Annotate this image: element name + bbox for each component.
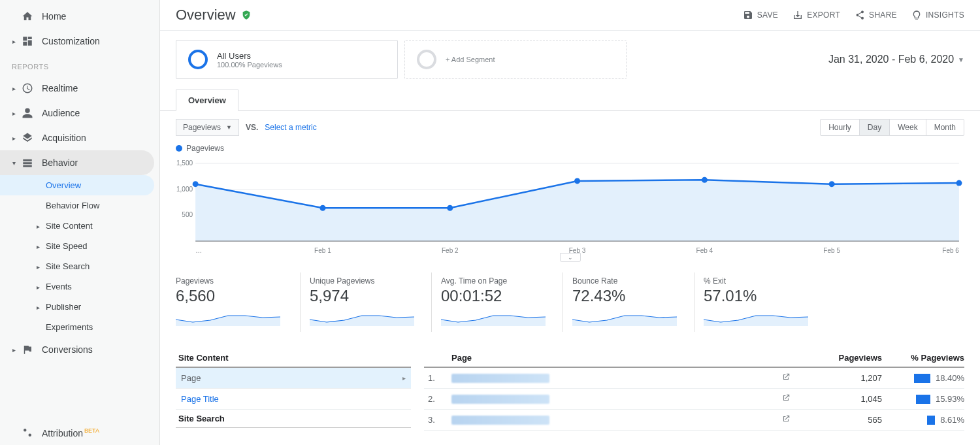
chart-handle[interactable]: ⌄ [560, 253, 581, 262]
export-button[interactable]: EXPORT [792, 10, 840, 20]
sidebar-sub-site-search[interactable]: ▸Site Search [0, 256, 159, 276]
save-icon [743, 10, 753, 20]
svg-text:1,500: 1,500 [176, 159, 193, 167]
insights-icon [911, 10, 922, 20]
chevron-right-icon: ▸ [10, 85, 17, 92]
add-segment-button[interactable]: + Add Segment [404, 40, 627, 79]
save-button[interactable]: SAVE [743, 10, 778, 20]
svg-point-8 [319, 205, 325, 211]
sidebar-label-audience: Audience [42, 108, 80, 118]
chevron-right-icon: ▸ [10, 110, 17, 117]
svg-point-9 [447, 205, 453, 211]
popout-icon[interactable] [781, 414, 806, 425]
table-row[interactable]: 1. 1,207 18.40% [424, 368, 964, 389]
metric-value: 57.01% [704, 287, 808, 305]
page-title: Overview [176, 7, 236, 24]
time-granularity-toggle: Hourly Day Week Month [820, 119, 964, 136]
dim-page-title[interactable]: Page Title [176, 389, 411, 410]
sidebar-item-behavior[interactable]: ▾ Behavior [0, 150, 154, 175]
popout-icon[interactable] [781, 372, 806, 384]
row-page-redacted [451, 374, 549, 383]
sidebar-sub-site-content[interactable]: ▸Site Content [0, 216, 159, 236]
metric-card[interactable]: Unique Pageviews 5,974 [300, 272, 431, 332]
sidebar-item-home[interactable]: Home [0, 4, 159, 29]
metric-card[interactable]: Bounce Rate 72.43% [563, 272, 694, 332]
sidebar-item-realtime[interactable]: ▸ Realtime [0, 76, 159, 101]
acquisition-icon [21, 132, 34, 144]
chevron-right-icon: ▸ [37, 304, 43, 311]
sidebar-label-realtime: Realtime [42, 83, 78, 93]
sidebar-item-customization[interactable]: ▸ Customization [0, 29, 159, 54]
svg-text:Feb 2: Feb 2 [442, 247, 459, 254]
row-pageviews: 1,045 [810, 394, 882, 404]
svg-text:Feb 3: Feb 3 [569, 247, 586, 254]
attribution-icon [21, 427, 34, 438]
dim-page[interactable]: Page▸ [176, 368, 411, 389]
metric-card[interactable]: % Exit 57.01% [694, 272, 825, 332]
page-table-header: Page Pageviews % Pageviews [424, 349, 964, 368]
sidebar-sub-overview[interactable]: Overview [0, 175, 154, 195]
chevron-right-icon: ▸ [402, 374, 406, 382]
svg-point-12 [829, 181, 835, 187]
insights-button[interactable]: INSIGHTS [911, 10, 964, 20]
chevron-down-icon: ▾ [10, 159, 17, 167]
sidebar-sub-site-speed[interactable]: ▸Site Speed [0, 236, 159, 256]
sidebar-sub-events[interactable]: ▸Events [0, 276, 159, 297]
metric-card[interactable]: Avg. Time on Page 00:01:52 [431, 272, 563, 332]
chevron-right-icon: ▸ [37, 263, 43, 271]
svg-point-11 [702, 177, 708, 183]
chevron-down-icon: ▼ [958, 56, 964, 63]
tab-overview[interactable]: Overview [176, 90, 238, 111]
time-btn-hourly[interactable]: Hourly [821, 120, 859, 135]
sidebar-sub-experiments[interactable]: Experiments [0, 317, 159, 337]
metric-card[interactable]: Pageviews 6,560 [176, 272, 300, 332]
chevron-right-icon: ▸ [10, 346, 17, 354]
site-content-header: Site Content [176, 349, 411, 368]
metrics-row: Pageviews 6,560 Unique Pageviews 5,974 A… [160, 266, 980, 344]
sparkline [176, 308, 280, 326]
sidebar-label-behavior: Behavior [42, 157, 78, 168]
svg-text:500: 500 [182, 211, 193, 218]
chevron-right-icon: ▸ [37, 284, 43, 291]
legend-dot-icon [176, 145, 182, 152]
svg-point-7 [193, 181, 199, 187]
time-btn-month[interactable]: Month [926, 120, 964, 135]
metric-value: 6,560 [176, 287, 283, 305]
metric-label: Bounce Rate [572, 276, 677, 286]
add-segment-label: + Add Segment [446, 56, 495, 63]
table-row[interactable]: 3. 565 8.61% [424, 410, 964, 431]
date-range-picker[interactable]: Jan 31, 2020 - Feb 6, 2020 ▼ [828, 54, 964, 65]
metric-dropdown[interactable]: Pageviews ▼ [176, 119, 239, 136]
segment-title: All Users [217, 51, 282, 61]
row-index: 2. [424, 394, 448, 404]
metric-value: 00:01:52 [441, 287, 546, 305]
time-btn-day[interactable]: Day [859, 120, 889, 135]
chart-legend: Pageviews [176, 144, 964, 153]
sidebar-item-acquisition[interactable]: ▸ Acquisition [0, 125, 159, 150]
time-btn-week[interactable]: Week [889, 120, 925, 135]
metric-label: Unique Pageviews [310, 276, 414, 286]
popout-icon[interactable] [781, 393, 806, 404]
sidebar-sub-publisher[interactable]: ▸Publisher [0, 297, 159, 317]
sidebar-item-attribution[interactable]: AttributionBETA [0, 420, 159, 445]
row-pct-pageviews: 18.40% [886, 373, 964, 383]
metric-label: % Exit [704, 276, 808, 286]
share-button[interactable]: SHARE [855, 10, 897, 20]
row-pageviews: 1,207 [810, 373, 882, 383]
sidebar-sub-behavior-flow[interactable]: Behavior Flow [0, 195, 159, 216]
sidebar-item-audience[interactable]: ▸ Audience [0, 101, 159, 125]
vs-label: VS. [246, 123, 258, 132]
sidebar: Home ▸ Customization REPORTS ▸ Realtime … [0, 0, 160, 445]
table-row[interactable]: 2. 1,045 15.93% [424, 389, 964, 410]
svg-text:Feb 5: Feb 5 [823, 247, 840, 254]
select-metric-link[interactable]: Select a metric [265, 123, 316, 132]
row-index: 1. [424, 373, 448, 383]
chevron-right-icon: ▸ [37, 243, 43, 250]
metric-label: Avg. Time on Page [441, 276, 546, 286]
svg-text:Feb 6: Feb 6 [942, 247, 959, 254]
segment-empty-circle-icon [417, 50, 436, 69]
segment-all-users[interactable]: All Users 100.00% Pageviews [176, 40, 398, 79]
row-pct-pageviews: 8.61% [886, 415, 964, 425]
sidebar-item-conversions[interactable]: ▸ Conversions [0, 337, 159, 362]
row-page-redacted [451, 395, 549, 404]
